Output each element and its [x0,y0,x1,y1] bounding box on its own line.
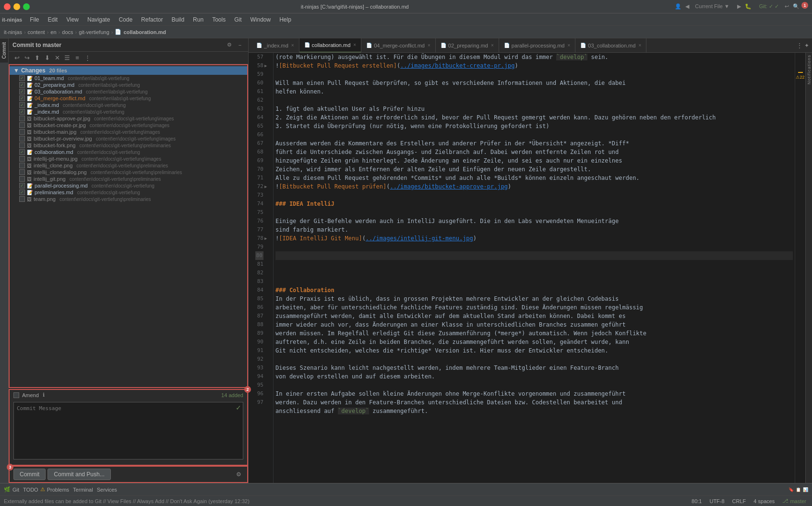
breadcrumb-en[interactable]: en [50,29,56,35]
bottom-git-icon[interactable]: 🌿 [4,486,11,493]
run-icon[interactable]: ▶ [737,3,741,10]
maximize-button[interactable] [23,3,30,10]
commit-minimize-icon[interactable]: − [236,41,244,49]
user-icon[interactable]: 👤 [675,3,681,10]
fold-72[interactable]: ▶ [264,182,271,191]
file-checkbox-02-preparing[interactable]: ✓ [19,82,25,88]
file-item-parallel[interactable]: ✓ 📝 parallel-processing.md content\en\do… [10,182,247,189]
fold-58[interactable]: ▶ [264,61,271,70]
undo-icon[interactable]: ↩ [785,3,789,10]
file-item-01-team[interactable]: ✓ 📝 01_team.md content\en\labs\git-verti… [10,75,247,82]
file-item-ij-git[interactable]: 🖼 intellij_git.png content\en\docs\git-v… [10,176,247,182]
file-checkbox-04-merge[interactable]: ✓ [19,95,25,101]
current-file-dropdown[interactable]: Current File ▼ [695,3,729,10]
commit-list-icon[interactable]: ☰ [63,54,72,62]
bottom-bookmarks-icon[interactable]: 🔖 [788,487,794,492]
menu-view[interactable]: View [62,15,83,24]
bottom-structure-icon[interactable]: 📋 [796,487,801,492]
file-checkbox-collaboration[interactable]: ✓ [19,149,25,155]
bottom-terminal-label[interactable]: Terminal [73,487,93,493]
tab-03-collab[interactable]: 📄 03_collaboration.md × [575,38,646,53]
tab-close-03-collab[interactable]: × [638,43,641,48]
changes-group-header[interactable]: ▼ Changes 20 files [10,66,247,75]
file-checkbox-bb-main[interactable] [19,129,25,135]
breadcrumb-project[interactable]: it-ninjas [4,29,22,35]
commit-button[interactable]: Commit [13,469,46,480]
file-checkbox-bb-approve[interactable] [19,116,25,121]
tab-close-collaboration[interactable]: × [353,42,356,47]
file-item-bb-approve[interactable]: 🖼 bitbucket-approve-pr.jpg content\en\do… [10,115,247,122]
tab-close-02-preparing[interactable]: × [491,43,494,48]
file-item-index-docs[interactable]: ✓ 📝 _index.md content\en\docs\git-vertie… [10,102,247,108]
commit-message-input[interactable] [13,402,243,459]
status-indent[interactable]: 4 spaces [752,498,776,504]
ai-assistant-icon[interactable]: ✦ [804,42,809,49]
menu-edit[interactable]: Edit [44,15,62,24]
menu-build[interactable]: Build [167,15,188,24]
file-checkbox-preliminaries[interactable]: ✓ [19,189,25,195]
fold-78[interactable]: ▶ [264,234,271,243]
menu-navigate[interactable]: Navigate [84,15,114,24]
status-branch[interactable]: ⎇ master [780,498,808,504]
tab-close-parallel[interactable]: × [567,43,570,48]
debug-icon[interactable]: 🐛 [745,3,752,10]
file-checkbox-bb-create[interactable] [19,122,25,128]
file-item-ij-clone[interactable]: 🖼 intellij_clone.png content\en\docs\git… [10,162,247,169]
tab-close-04-merge[interactable]: × [428,43,430,48]
menu-run[interactable]: Run [189,15,207,24]
bottom-git-label[interactable]: Git [12,487,19,493]
breadcrumb-docs[interactable]: docs [62,29,73,35]
file-item-03-collaboration[interactable]: ✓ 📝 03_collaboration.md content\en\labs\… [10,88,247,95]
vtab-commit[interactable]: Commit [0,38,8,62]
file-checkbox-index-docs[interactable]: ✓ [19,102,25,108]
file-checkbox-parallel[interactable]: ✓ [19,183,25,188]
tab-close-index[interactable]: × [291,43,294,48]
commit-push-button[interactable]: Commit and Push... [48,469,110,480]
menu-code[interactable]: Code [115,15,136,24]
minimize-button[interactable] [13,3,20,10]
file-item-bb-main[interactable]: 🖼 bitbucket-main.jpg content\en\docs\git… [10,129,247,135]
file-checkbox-index-labs[interactable]: ✓ [19,109,25,115]
tab-02-preparing[interactable]: 📄 02_preparing.md × [436,38,499,53]
file-checkbox-ij-clonedialog[interactable] [19,169,25,175]
status-line-sep[interactable]: CRLF [730,498,748,504]
commit-up-icon[interactable]: ⬆ [33,54,41,62]
bottom-services-label[interactable]: Services [97,487,117,493]
tab-04-merge[interactable]: 📄 04_merge-conflict.md × [361,38,436,53]
tab-more-icon[interactable]: ⋮ [797,42,802,49]
file-checkbox-team-png[interactable] [19,196,25,202]
bottom-todo-label[interactable]: TODO [23,487,38,493]
tab-parallel[interactable]: 📄 parallel-processing.md × [499,38,576,53]
file-item-preliminaries[interactable]: ✓ 📝 preliminaries.md content\en\docs\git… [10,189,247,196]
status-encoding[interactable]: UTF-8 [707,498,726,504]
breadcrumb-content[interactable]: content [28,29,45,35]
file-item-bb-overview[interactable]: 🖼 bitbucket-pr-overview.jpg content\en\d… [10,135,247,142]
menu-window[interactable]: Window [246,15,275,24]
bottom-problems-label[interactable]: Problems [47,487,69,493]
file-item-ij-clonedialog[interactable]: 🖼 intellij_clonedialog.png content\en\do… [10,169,247,176]
code-editor[interactable]: (rote Markierung) ausgewählt ist. Für di… [274,53,795,483]
menu-tools[interactable]: Tools [208,15,229,24]
commit-down-icon[interactable]: ⬇ [43,54,51,62]
file-item-team-png[interactable]: 🖼 team.png content\en\docs\git-vertiefun… [10,196,247,202]
file-item-ij-git-menu[interactable]: 🖼 intellij-git-menu.jpg content\en\docs\… [10,155,247,162]
file-checkbox-bb-fork[interactable] [19,142,25,148]
bottom-problems-icon[interactable]: ⚠ [40,486,45,493]
tab-collaboration[interactable]: 📄 collaboration.md × [299,38,362,53]
file-checkbox-bb-overview[interactable] [19,136,25,141]
commit-more-icon[interactable]: ⋮ [83,54,92,62]
file-checkbox-01-team[interactable]: ✓ [19,75,25,81]
status-line-col[interactable]: 80:1 [690,498,704,504]
file-checkbox-ij-git-menu[interactable] [19,156,25,162]
file-item-index-labs[interactable]: ✓ 📝 _index.md content\en\labs\git-vertie… [10,108,247,115]
file-item-collaboration[interactable]: ✓ 📝 collaboration.md content\en\docs\git… [10,149,247,155]
tab-index-md[interactable]: 📄 _index.md × [251,38,299,53]
breadcrumb-git-vertiefung[interactable]: git-vertiefung [79,29,109,35]
file-checkbox-ij-git[interactable] [19,176,25,182]
file-checkbox-03-collaboration[interactable]: ✓ [19,89,25,94]
close-button[interactable] [4,3,11,10]
commit-redo-icon[interactable]: ↪ [23,54,31,62]
file-item-02-preparing[interactable]: ✓ 📝 02_preparing.md content\en\labs\git-… [10,82,247,88]
search-icon[interactable]: 🔍 [793,3,800,10]
back-icon[interactable]: ◀ [685,3,689,10]
